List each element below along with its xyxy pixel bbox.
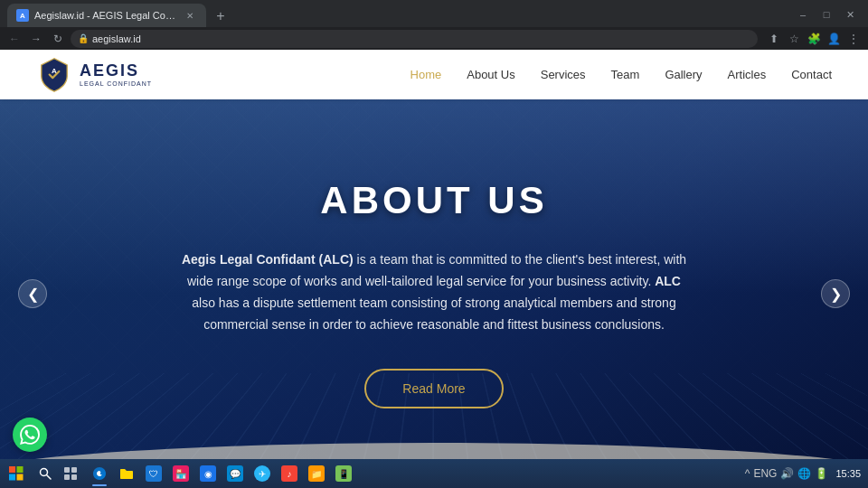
task-view-icon [64,467,77,480]
read-more-button[interactable]: Read More [364,369,503,408]
window-controls: – □ ✕ [792,4,861,25]
android-icon: 📱 [335,465,352,482]
taskbar-app-files[interactable]: 📁 [304,459,329,488]
close-button[interactable]: ✕ [839,4,861,25]
svg-rect-2 [17,466,24,473]
address-bar-row: ← → ↻ 🔒 aegislaw.id ⬆ ☆ 🧩 👤 ⋮ [0,27,868,50]
hero-section: ❮ ❯ ABOUT US Aegis Legal Confidant (ALC)… [0,99,868,488]
hero-content: ABOUT US Aegis Legal Confidant (ALC) is … [0,99,868,488]
nav-links: Home About Us Services Team Gallery Arti… [410,68,832,81]
folder-icon [118,465,135,482]
hero-title: ABOUT US [320,179,547,222]
taskbar-app-edge[interactable] [87,459,112,488]
edge-icon [91,465,108,482]
next-arrow-icon: ❯ [830,286,842,303]
taskbar-right: ^ ENG 🔊 🌐 🔋 15:35 [745,467,868,480]
language-icon[interactable]: ENG [753,467,777,480]
lock-icon: 🔒 [78,33,89,43]
logo-text: AEGIS LEGAL CONFIDANT [80,62,152,87]
nav-link-gallery[interactable]: Gallery [665,68,702,81]
tab-favicon: A [16,9,29,22]
nav-link-home[interactable]: Home [410,68,442,81]
taskbar-app-shield[interactable]: 🛡 [141,459,166,488]
extensions-icon[interactable]: 🧩 [805,30,823,48]
nav-link-about[interactable]: About Us [467,68,514,81]
telegram-icon: ✈ [254,465,270,482]
svg-rect-7 [64,467,70,473]
logo-shield-icon: A [36,57,72,93]
tab-bar: A Aegislaw.id - AEGIS Legal Confid... ✕ … [0,0,868,27]
new-tab-button[interactable]: + [210,5,231,27]
carousel-next-button[interactable]: ❯ [821,279,850,308]
logo[interactable]: A AEGIS LEGAL CONFIDANT [36,57,152,93]
refresh-button[interactable]: ↻ [49,30,67,48]
nav-link-team[interactable]: Team [611,68,640,81]
taskbar-store-icon: 🏪 [173,465,189,482]
menu-icon[interactable]: ⋮ [844,30,863,48]
hero-company-abbr: ALC [655,274,681,288]
svg-rect-10 [71,474,77,480]
profile-icon[interactable]: 👤 [825,30,843,48]
nav-link-articles[interactable]: Articles [728,68,767,81]
network-icon[interactable]: 🌐 [797,467,811,480]
taskbar-app-telegram[interactable]: ✈ [250,459,275,488]
taskbar-app-folder[interactable] [114,459,139,488]
hero-company-name: Aegis Legal Confidant (ALC) [182,252,354,267]
prev-arrow-icon: ❮ [27,286,39,303]
svg-line-6 [47,475,52,480]
taskbar-search-icon [39,467,52,480]
whatsapp-icon [20,425,40,445]
navbar: A AEGIS LEGAL CONFIDANT Home About Us Se… [0,50,868,99]
hidden-icons-button[interactable]: ^ [745,467,750,480]
svg-text:A: A [52,66,57,74]
maximize-button[interactable]: □ [816,4,837,25]
logo-name: AEGIS [80,62,152,80]
speaker-icon[interactable]: 🔊 [780,467,794,480]
nav-link-contact[interactable]: Contact [791,68,832,81]
whatsapp-button[interactable] [13,418,47,452]
taskbar-time: 15:35 [835,467,861,480]
hero-description: Aegis Legal Confidant (ALC) is a team th… [181,249,687,335]
taskbar-apps: 🛡 🏪 ◉ 💬 ✈ ♪ 📁 📱 [87,459,356,488]
browser-tab-active[interactable]: A Aegislaw.id - AEGIS Legal Confid... ✕ [7,4,206,27]
browser-chrome: A Aegislaw.id - AEGIS Legal Confid... ✕ … [0,0,868,50]
taskbar: 🛡 🏪 ◉ 💬 ✈ ♪ 📁 📱 ^ ENG 🔊 🌐 [0,459,868,488]
taskbar-app-chat[interactable]: 💬 [222,459,248,488]
address-box[interactable]: 🔒 aegislaw.id [71,30,758,48]
back-button[interactable]: ← [5,30,24,48]
taskbar-browser-icon: ◉ [200,465,216,482]
star-icon[interactable]: ☆ [785,30,803,48]
music-icon: ♪ [281,465,297,482]
share-icon[interactable]: ⬆ [765,30,783,48]
svg-rect-4 [17,474,24,481]
minimize-button[interactable]: – [792,4,814,25]
files-icon: 📁 [308,465,325,482]
taskbar-clock[interactable]: 15:35 [835,467,861,480]
taskbar-system-icons: ^ ENG 🔊 🌐 🔋 [745,467,829,480]
taskbar-app-android[interactable]: 📱 [331,459,356,488]
forward-button[interactable]: → [27,30,45,48]
carousel-prev-button[interactable]: ❮ [18,279,47,308]
task-view-button[interactable] [58,459,83,488]
taskbar-chat-icon: 💬 [227,465,243,482]
taskbar-app-icon: 🛡 [146,465,162,482]
nav-link-services[interactable]: Services [541,68,586,81]
taskbar-app-browser[interactable]: ◉ [195,459,221,488]
svg-rect-1 [9,466,15,473]
battery-icon[interactable]: 🔋 [815,467,828,480]
website-content: A AEGIS LEGAL CONFIDANT Home About Us Se… [0,50,868,488]
taskbar-search-button[interactable] [33,459,58,488]
windows-logo-icon [9,466,24,481]
taskbar-app-store[interactable]: 🏪 [168,459,193,488]
svg-rect-9 [64,474,70,480]
taskbar-app-music[interactable]: ♪ [277,459,302,488]
svg-rect-8 [71,467,77,473]
toolbar-icons: ⬆ ☆ 🧩 👤 ⋮ [765,30,863,48]
tab-close-btn[interactable]: ✕ [183,8,197,23]
start-button[interactable] [0,459,33,488]
tab-title: Aegislaw.id - AEGIS Legal Confid... [34,10,177,21]
svg-rect-3 [9,474,15,481]
url-text: aegislaw.id [92,33,750,44]
logo-subtitle: LEGAL CONFIDANT [80,80,152,88]
